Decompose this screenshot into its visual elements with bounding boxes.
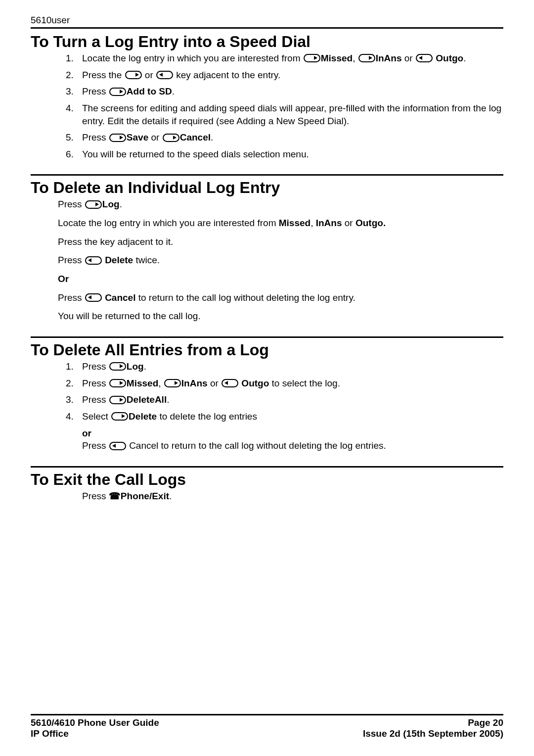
para: Press Cancel to return to the call log w… — [58, 291, 503, 304]
list-item: Press Add to SD. — [76, 85, 503, 98]
softkey-right-icon — [109, 362, 126, 371]
page-footer: 5610/4610 Phone User Guide Page 20 IP Of… — [31, 714, 503, 739]
label-save: Save — [127, 132, 148, 142]
label-inans: InAns — [376, 53, 402, 63]
heading-delete-individual: To Delete an Individual Log Entry — [31, 179, 503, 197]
text: or — [402, 53, 415, 63]
label-missed: Missed — [279, 218, 311, 228]
softkey-right-icon — [85, 200, 102, 209]
softkey-left-icon — [156, 71, 173, 79]
text: . — [211, 132, 213, 142]
step-text: The screens for editing and adding speed… — [82, 103, 501, 126]
phone-icon: ☎ — [109, 491, 121, 501]
text: , — [311, 218, 316, 228]
text: Press — [58, 199, 85, 209]
step-text: Press the — [82, 70, 125, 80]
list-item: Press DeleteAll. — [76, 393, 503, 406]
text: or — [148, 132, 162, 142]
label-outgo: Outgo — [433, 53, 463, 63]
para: Press Log. — [58, 198, 503, 211]
label-delete: Delete — [102, 255, 133, 265]
list-item: Press Log. — [76, 360, 503, 373]
footer-guide-name: 5610/4610 Phone User Guide — [31, 717, 159, 728]
softkey-left-icon — [222, 379, 238, 387]
text: . — [463, 53, 466, 63]
para: Press Delete twice. — [58, 254, 503, 267]
softkey-right-icon — [164, 379, 181, 387]
softkey-right-icon — [109, 88, 126, 96]
heading-turn-speed-dial: To Turn a Log Entry into a Speed Dial — [31, 33, 503, 51]
step4-continuation: or Press Cancel to return to the call lo… — [82, 427, 503, 452]
text: , — [353, 53, 358, 63]
text: Press — [58, 292, 85, 303]
para: Locate the log entry in which you are in… — [58, 217, 503, 230]
softkey-right-icon — [109, 379, 126, 387]
text: . — [169, 491, 172, 501]
text: to select the log. — [269, 378, 340, 388]
text: . — [172, 86, 175, 96]
step-text: Locate the log entry in which you are in… — [82, 53, 303, 63]
label-cancel: Cancel — [180, 132, 211, 142]
text: Press — [58, 255, 85, 265]
softkey-right-icon — [125, 71, 142, 79]
label-delete-all: DeleteAll — [127, 394, 167, 405]
label-or: Or — [58, 273, 503, 285]
text: . — [167, 394, 169, 405]
label-phone-exit: Phone/Exit — [121, 491, 169, 501]
footer-product: IP Office — [31, 728, 69, 739]
text: Press — [82, 394, 109, 405]
list-item: Locate the log entry in which you are in… — [76, 52, 503, 65]
list-item: The screens for editing and adding speed… — [76, 102, 503, 127]
text: Press — [82, 491, 109, 501]
text: or — [208, 378, 221, 388]
label-inans: InAns — [316, 218, 342, 228]
list-item: Press Missed, InAns or Outgo to select t… — [76, 377, 503, 390]
heading-delete-all: To Delete All Entries from a Log — [31, 341, 503, 359]
softkey-right-icon — [109, 134, 126, 142]
text: , — [158, 378, 164, 388]
text: Press — [82, 361, 109, 372]
label-log: Log — [127, 361, 144, 372]
text: Press — [82, 378, 109, 388]
label-log: Log — [102, 199, 120, 209]
text: Locate the log entry in which you are in… — [58, 218, 279, 228]
softkey-right-icon — [163, 134, 179, 142]
label-add-to-sd: Add to SD — [127, 86, 172, 96]
label-inans: InAns — [181, 378, 208, 388]
step-text: You will be returned to the speed dials … — [82, 149, 309, 159]
block-delete-individual: Press Log. Locate the log entry in which… — [58, 198, 503, 322]
text: to delete the log entries — [157, 411, 257, 422]
text: . — [144, 361, 146, 372]
label-cancel: Cancel — [102, 292, 136, 303]
text: key adjacent to the entry. — [174, 70, 280, 80]
label-missed: Missed — [127, 378, 158, 388]
softkey-left-icon — [85, 256, 102, 265]
softkey-right-icon — [111, 412, 128, 421]
text: to return to the call log without deleti… — [135, 292, 355, 303]
para: Press Cancel to return to the call log w… — [82, 439, 503, 452]
text: twice. — [133, 255, 160, 265]
step-text: Press — [82, 132, 109, 142]
running-header: 5610user — [31, 15, 503, 29]
para: You will be returned to the call log. — [58, 310, 503, 323]
softkey-left-icon — [85, 293, 102, 302]
text: Press — [82, 440, 109, 451]
softkey-left-icon — [416, 54, 433, 62]
list-item: You will be returned to the speed dials … — [76, 148, 503, 161]
steps-delete-all: Press Log. Press Missed, InAns or Outgo … — [31, 360, 503, 423]
list-item: Select Delete to delete the log entries — [76, 410, 503, 423]
section-divider — [31, 336, 503, 338]
section-divider — [31, 466, 503, 468]
label-missed: Missed — [321, 53, 353, 63]
label-outgo: Outgo. — [356, 218, 386, 228]
footer-issue-date: Issue 2d (15th September 2005) — [363, 728, 503, 739]
label-or: or — [82, 427, 503, 440]
softkey-right-icon — [109, 396, 126, 404]
list-item: Press the or key adjacent to the entry. — [76, 69, 503, 82]
heading-exit-call-logs: To Exit the Call Logs — [31, 471, 503, 489]
softkey-right-icon — [358, 54, 375, 62]
block-exit: Press ☎Phone/Exit. — [82, 490, 503, 503]
text: . — [120, 199, 122, 209]
text: Select — [82, 411, 111, 422]
step-text: Press — [82, 86, 109, 96]
